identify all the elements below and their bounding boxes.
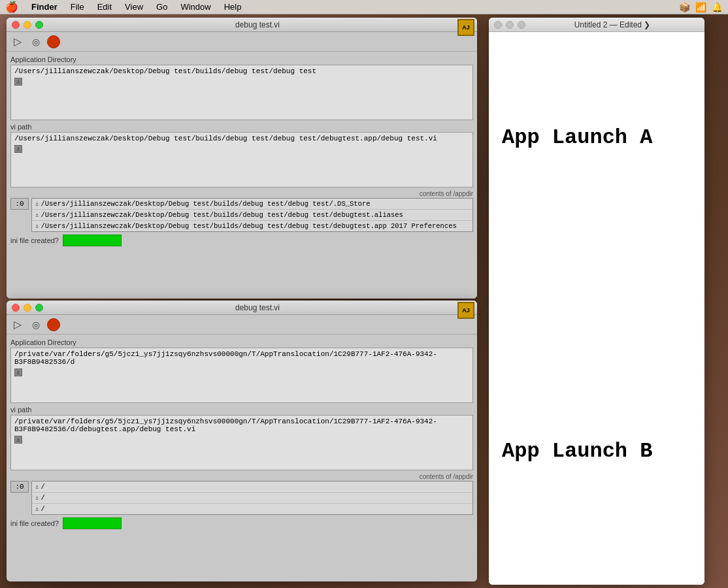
close-button-top[interactable] — [12, 21, 20, 29]
run-button-bottom[interactable]: ▷ — [10, 318, 25, 332]
app-dir-value-top: /Users/jillianszewczak/Desktop/Debug tes… — [14, 67, 316, 75]
list-icon-bottom-1: ⚓ — [35, 495, 39, 502]
window-bottom-titlebar: debug test.vi AJ — [7, 301, 477, 315]
menubar: 🍎 Finder File Edit View Go Window Help 📦… — [0, 0, 728, 14]
app-launch-a-text: App Launch A — [502, 123, 652, 153]
vi-path-label-bottom: vi path — [10, 406, 473, 414]
highlight-button-top[interactable]: ◎ — [29, 35, 43, 49]
list-icon-top-2: ⚓ — [35, 223, 39, 230]
app-dir-box-top[interactable]: /Users/jillianszewczak/Desktop/Debug tes… — [10, 65, 473, 120]
anchor-top-1: ⚓ — [14, 78, 22, 86]
minimize-button-top[interactable] — [24, 21, 31, 29]
file-menu[interactable]: File — [68, 2, 87, 12]
contents-label-top: contents of /appdir — [10, 190, 473, 197]
apple-menu-icon[interactable]: 🍎 — [5, 1, 18, 13]
window-right-content: App Launch A App Launch B — [489, 32, 704, 585]
list-icon-top-1: ⚓ — [35, 212, 39, 219]
file-list-top[interactable]: ⚓ /Users/jillianszewczak/Desktop/Debug t… — [31, 198, 473, 232]
list-value-top-0: /Users/jillianszewczak/Desktop/Debug tes… — [41, 200, 370, 208]
list-value-bottom-0: / — [41, 483, 44, 491]
vi-badge-text-bottom: AJ — [462, 308, 470, 314]
stop-button-top[interactable] — [47, 35, 60, 48]
list-item-bottom-0: ⚓ / — [32, 482, 472, 493]
wifi-icon[interactable]: 📶 — [695, 2, 706, 12]
highlight-button-bottom[interactable]: ◎ — [29, 318, 43, 332]
vi-path-box-top[interactable]: /Users/jillianszewczak/Desktop/Debug tes… — [10, 132, 473, 188]
window-debug-top: debug test.vi AJ ▷ ◎ Application Directo… — [7, 18, 477, 299]
list-item-bottom-2: ⚓ / — [32, 504, 472, 514]
anchor-bottom-2: ⚓ — [14, 436, 22, 444]
window-right-title: Untitled 2 — Edited ❯ — [525, 20, 699, 29]
app-dir-label-top: Application Directory — [10, 56, 473, 63]
vi-badge-bottom: AJ — [457, 302, 474, 319]
vi-content-bottom: Application Directory /private/var/folde… — [7, 335, 477, 581]
list-index-top: :0 — [10, 198, 29, 210]
list-value-top-2: /Users/jillianszewczak/Desktop/Debug tes… — [41, 222, 456, 230]
list-icon-top-0: ⚓ — [35, 201, 39, 208]
vi-path-label-top: vi path — [10, 123, 473, 131]
anchor-top-2: ⚓ — [14, 145, 22, 153]
highlight-icon-bottom: ◎ — [32, 319, 40, 330]
edit-menu[interactable]: Edit — [95, 2, 114, 12]
app-dir-section-bottom: Application Directory /private/var/folde… — [10, 338, 473, 403]
app-dir-value-bottom: /private/var/folders/g5/5jcz1_ys7jj1zsqy… — [14, 350, 437, 366]
zoom-button-right[interactable] — [518, 21, 525, 29]
vi-content-top: Application Directory /Users/jillianszew… — [7, 52, 477, 299]
window-untitled2: Untitled 2 — Edited ❯ App Launch A App L… — [489, 18, 704, 585]
ini-label-top: ini file created? — [10, 237, 59, 244]
anchor-bottom-1: ⚓ — [14, 368, 22, 376]
app-dir-box-bottom[interactable]: /private/var/folders/g5/5jcz1_ys7jj1zsqy… — [10, 348, 473, 403]
notification-icon[interactable]: 🔔 — [712, 2, 723, 12]
vi-path-value-top: /Users/jillianszewczak/Desktop/Debug tes… — [14, 135, 437, 142]
help-menu[interactable]: Help — [222, 2, 244, 12]
window-top-title: debug test.vi — [43, 20, 472, 29]
close-button-right[interactable] — [494, 21, 502, 29]
vi-path-section-top: vi path /Users/jillianszewczak/Desktop/D… — [10, 123, 473, 188]
minimize-button-bottom[interactable] — [24, 304, 31, 312]
vi-path-section-bottom: vi path /private/var/folders/g5/5jcz1_ys… — [10, 406, 473, 470]
zoom-button-bottom[interactable] — [35, 304, 43, 312]
ini-green-indicator-top — [63, 235, 122, 246]
ini-row-top: ini file created? — [10, 235, 473, 246]
menubar-right: 📦 📶 🔔 — [679, 2, 723, 12]
vi-path-box-bottom[interactable]: /private/var/folders/g5/5jcz1_ys7jj1zsqy… — [10, 415, 473, 470]
file-list-bottom[interactable]: ⚓ / ⚓ / ⚓ / — [31, 481, 473, 515]
minimize-button-right[interactable] — [506, 21, 514, 29]
list-item-top-2: ⚓ /Users/jillianszewczak/Desktop/Debug t… — [32, 221, 472, 231]
traffic-lights-bottom — [12, 304, 43, 312]
vi-badge-top: AJ — [457, 19, 474, 36]
vi-path-value-bottom: /private/var/folders/g5/5jcz1_ys7jj1zsqy… — [14, 417, 437, 433]
ini-green-indicator-bottom — [63, 517, 122, 529]
list-index-bottom: :0 — [10, 481, 29, 493]
stop-button-bottom[interactable] — [47, 318, 60, 331]
app-dir-section-top: Application Directory /Users/jillianszew… — [10, 56, 473, 120]
traffic-lights-right — [494, 21, 525, 29]
run-button-top[interactable]: ▷ — [10, 35, 25, 49]
list-value-bottom-2: / — [41, 505, 44, 513]
window-top-titlebar: debug test.vi AJ — [7, 18, 477, 32]
window-bottom-title: debug test.vi — [43, 303, 472, 312]
traffic-lights-top — [12, 21, 43, 29]
go-menu[interactable]: Go — [154, 2, 170, 12]
highlight-icon-top: ◎ — [32, 37, 40, 47]
list-value-top-1: /Users/jillianszewczak/Desktop/Debug tes… — [41, 211, 403, 219]
zoom-button-top[interactable] — [35, 21, 43, 29]
list-item-top-0: ⚓ /Users/jillianszewczak/Desktop/Debug t… — [32, 199, 472, 210]
contents-label-bottom: contents of /appdir — [10, 473, 473, 480]
vi-badge-text-top: AJ — [462, 25, 470, 31]
list-section-top: :0 ⚓ /Users/jillianszewczak/Desktop/Debu… — [10, 198, 473, 232]
run-icon-bottom: ▷ — [14, 318, 22, 331]
close-button-bottom[interactable] — [12, 304, 20, 312]
list-section-bottom: :0 ⚓ / ⚓ / ⚓ / — [10, 481, 473, 515]
vi-toolbar-bottom: ▷ ◎ — [7, 315, 477, 335]
view-menu[interactable]: View — [122, 2, 146, 12]
ini-row-bottom: ini file created? — [10, 517, 473, 529]
vi-toolbar-top: ▷ ◎ — [7, 32, 477, 52]
window-right-titlebar: Untitled 2 — Edited ❯ — [489, 18, 704, 32]
window-menu[interactable]: Window — [178, 2, 213, 12]
list-icon-bottom-0: ⚓ — [35, 483, 39, 491]
dropbox-icon[interactable]: 📦 — [679, 2, 690, 12]
run-icon-top: ▷ — [14, 35, 22, 48]
finder-menu[interactable]: Finder — [29, 2, 60, 12]
ini-label-bottom: ini file created? — [10, 519, 59, 527]
